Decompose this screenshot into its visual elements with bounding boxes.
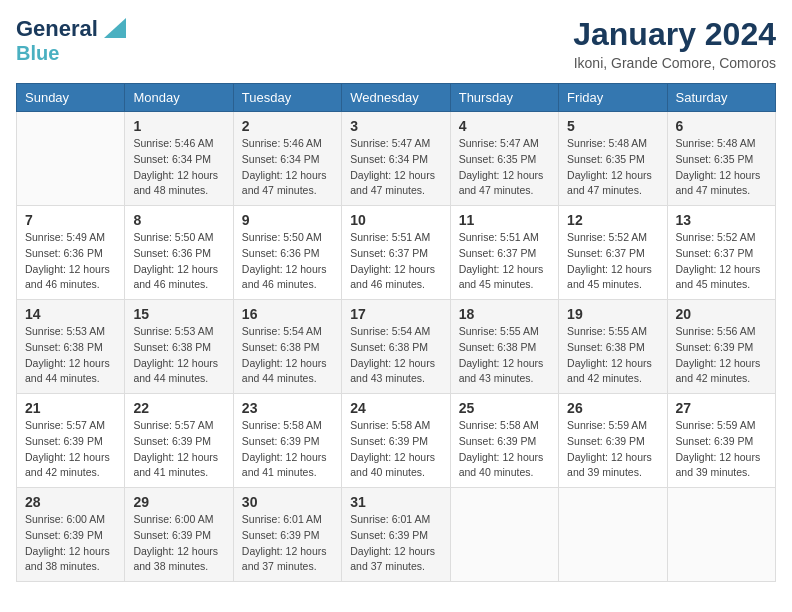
day-number: 9 (242, 212, 333, 228)
table-row: 28Sunrise: 6:00 AMSunset: 6:39 PMDayligh… (17, 488, 125, 582)
calendar-week-row: 21Sunrise: 5:57 AMSunset: 6:39 PMDayligh… (17, 394, 776, 488)
day-number: 28 (25, 494, 116, 510)
day-number: 21 (25, 400, 116, 416)
day-number: 12 (567, 212, 658, 228)
day-number: 1 (133, 118, 224, 134)
day-number: 26 (567, 400, 658, 416)
day-number: 18 (459, 306, 550, 322)
table-row: 12Sunrise: 5:52 AMSunset: 6:37 PMDayligh… (559, 206, 667, 300)
day-info: Sunrise: 5:52 AMSunset: 6:37 PMDaylight:… (567, 230, 658, 293)
table-row (559, 488, 667, 582)
day-number: 11 (459, 212, 550, 228)
table-row: 4Sunrise: 5:47 AMSunset: 6:35 PMDaylight… (450, 112, 558, 206)
logo: General Blue (16, 16, 126, 64)
calendar-week-row: 28Sunrise: 6:00 AMSunset: 6:39 PMDayligh… (17, 488, 776, 582)
day-number: 25 (459, 400, 550, 416)
page-header: General Blue January 2024 Ikoni, Grande … (16, 16, 776, 71)
table-row: 3Sunrise: 5:47 AMSunset: 6:34 PMDaylight… (342, 112, 450, 206)
calendar-week-row: 14Sunrise: 5:53 AMSunset: 6:38 PMDayligh… (17, 300, 776, 394)
table-row: 20Sunrise: 5:56 AMSunset: 6:39 PMDayligh… (667, 300, 775, 394)
day-info: Sunrise: 5:56 AMSunset: 6:39 PMDaylight:… (676, 324, 767, 387)
day-info: Sunrise: 5:58 AMSunset: 6:39 PMDaylight:… (350, 418, 441, 481)
main-title: January 2024 (573, 16, 776, 53)
table-row (450, 488, 558, 582)
table-row: 18Sunrise: 5:55 AMSunset: 6:38 PMDayligh… (450, 300, 558, 394)
day-number: 22 (133, 400, 224, 416)
table-row: 27Sunrise: 5:59 AMSunset: 6:39 PMDayligh… (667, 394, 775, 488)
table-row: 21Sunrise: 5:57 AMSunset: 6:39 PMDayligh… (17, 394, 125, 488)
header-tuesday: Tuesday (233, 84, 341, 112)
table-row: 30Sunrise: 6:01 AMSunset: 6:39 PMDayligh… (233, 488, 341, 582)
day-info: Sunrise: 5:54 AMSunset: 6:38 PMDaylight:… (350, 324, 441, 387)
day-number: 30 (242, 494, 333, 510)
day-info: Sunrise: 5:46 AMSunset: 6:34 PMDaylight:… (133, 136, 224, 199)
day-info: Sunrise: 5:47 AMSunset: 6:34 PMDaylight:… (350, 136, 441, 199)
logo-text-line2: Blue (16, 42, 59, 64)
day-info: Sunrise: 5:52 AMSunset: 6:37 PMDaylight:… (676, 230, 767, 293)
day-number: 19 (567, 306, 658, 322)
day-info: Sunrise: 5:48 AMSunset: 6:35 PMDaylight:… (567, 136, 658, 199)
day-info: Sunrise: 5:58 AMSunset: 6:39 PMDaylight:… (459, 418, 550, 481)
day-info: Sunrise: 5:53 AMSunset: 6:38 PMDaylight:… (25, 324, 116, 387)
day-number: 29 (133, 494, 224, 510)
table-row: 15Sunrise: 5:53 AMSunset: 6:38 PMDayligh… (125, 300, 233, 394)
table-row: 7Sunrise: 5:49 AMSunset: 6:36 PMDaylight… (17, 206, 125, 300)
table-row: 26Sunrise: 5:59 AMSunset: 6:39 PMDayligh… (559, 394, 667, 488)
title-area: January 2024 Ikoni, Grande Comore, Comor… (573, 16, 776, 71)
header-monday: Monday (125, 84, 233, 112)
day-number: 17 (350, 306, 441, 322)
day-info: Sunrise: 5:59 AMSunset: 6:39 PMDaylight:… (567, 418, 658, 481)
logo-triangle-icon (104, 18, 126, 38)
day-number: 8 (133, 212, 224, 228)
calendar-table: Sunday Monday Tuesday Wednesday Thursday… (16, 83, 776, 582)
table-row: 13Sunrise: 5:52 AMSunset: 6:37 PMDayligh… (667, 206, 775, 300)
day-number: 6 (676, 118, 767, 134)
day-number: 16 (242, 306, 333, 322)
day-info: Sunrise: 5:47 AMSunset: 6:35 PMDaylight:… (459, 136, 550, 199)
table-row: 14Sunrise: 5:53 AMSunset: 6:38 PMDayligh… (17, 300, 125, 394)
day-info: Sunrise: 5:50 AMSunset: 6:36 PMDaylight:… (242, 230, 333, 293)
table-row: 23Sunrise: 5:58 AMSunset: 6:39 PMDayligh… (233, 394, 341, 488)
day-info: Sunrise: 5:58 AMSunset: 6:39 PMDaylight:… (242, 418, 333, 481)
day-number: 31 (350, 494, 441, 510)
day-number: 24 (350, 400, 441, 416)
table-row: 25Sunrise: 5:58 AMSunset: 6:39 PMDayligh… (450, 394, 558, 488)
table-row: 29Sunrise: 6:00 AMSunset: 6:39 PMDayligh… (125, 488, 233, 582)
svg-marker-0 (104, 18, 126, 38)
day-info: Sunrise: 5:46 AMSunset: 6:34 PMDaylight:… (242, 136, 333, 199)
calendar-header-row: Sunday Monday Tuesday Wednesday Thursday… (17, 84, 776, 112)
table-row: 10Sunrise: 5:51 AMSunset: 6:37 PMDayligh… (342, 206, 450, 300)
table-row: 22Sunrise: 5:57 AMSunset: 6:39 PMDayligh… (125, 394, 233, 488)
day-number: 27 (676, 400, 767, 416)
table-row (667, 488, 775, 582)
table-row: 2Sunrise: 5:46 AMSunset: 6:34 PMDaylight… (233, 112, 341, 206)
day-info: Sunrise: 5:54 AMSunset: 6:38 PMDaylight:… (242, 324, 333, 387)
day-info: Sunrise: 5:57 AMSunset: 6:39 PMDaylight:… (25, 418, 116, 481)
table-row: 6Sunrise: 5:48 AMSunset: 6:35 PMDaylight… (667, 112, 775, 206)
table-row: 1Sunrise: 5:46 AMSunset: 6:34 PMDaylight… (125, 112, 233, 206)
table-row: 31Sunrise: 6:01 AMSunset: 6:39 PMDayligh… (342, 488, 450, 582)
calendar-week-row: 7Sunrise: 5:49 AMSunset: 6:36 PMDaylight… (17, 206, 776, 300)
table-row: 24Sunrise: 5:58 AMSunset: 6:39 PMDayligh… (342, 394, 450, 488)
table-row: 17Sunrise: 5:54 AMSunset: 6:38 PMDayligh… (342, 300, 450, 394)
header-wednesday: Wednesday (342, 84, 450, 112)
header-thursday: Thursday (450, 84, 558, 112)
day-info: Sunrise: 6:01 AMSunset: 6:39 PMDaylight:… (242, 512, 333, 575)
table-row: 19Sunrise: 5:55 AMSunset: 6:38 PMDayligh… (559, 300, 667, 394)
day-number: 20 (676, 306, 767, 322)
day-number: 23 (242, 400, 333, 416)
logo-text-line1: General (16, 17, 98, 41)
table-row: 16Sunrise: 5:54 AMSunset: 6:38 PMDayligh… (233, 300, 341, 394)
day-info: Sunrise: 5:59 AMSunset: 6:39 PMDaylight:… (676, 418, 767, 481)
day-info: Sunrise: 5:57 AMSunset: 6:39 PMDaylight:… (133, 418, 224, 481)
header-saturday: Saturday (667, 84, 775, 112)
day-info: Sunrise: 5:55 AMSunset: 6:38 PMDaylight:… (567, 324, 658, 387)
table-row (17, 112, 125, 206)
day-info: Sunrise: 5:50 AMSunset: 6:36 PMDaylight:… (133, 230, 224, 293)
day-number: 5 (567, 118, 658, 134)
table-row: 11Sunrise: 5:51 AMSunset: 6:37 PMDayligh… (450, 206, 558, 300)
day-number: 14 (25, 306, 116, 322)
subtitle: Ikoni, Grande Comore, Comoros (573, 55, 776, 71)
day-info: Sunrise: 5:55 AMSunset: 6:38 PMDaylight:… (459, 324, 550, 387)
day-number: 13 (676, 212, 767, 228)
